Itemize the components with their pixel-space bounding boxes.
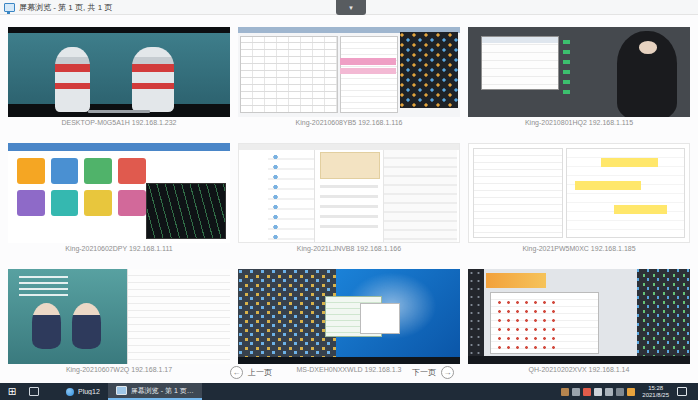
screen-cell: King-20210801HQ2 192.168.1.115 bbox=[468, 27, 690, 129]
highlighted-cell bbox=[575, 181, 641, 190]
left-icon-strip bbox=[468, 269, 484, 364]
next-page-button[interactable]: 下一页 → bbox=[412, 365, 454, 380]
taskbar-app-screen-browse[interactable]: 屏幕浏览 - 第 1 页… bbox=[108, 383, 202, 400]
screen-caption: King-20210607W2Q 192.168.1.17 bbox=[8, 364, 230, 376]
document-window bbox=[127, 269, 230, 364]
screen-caption: King-20210608YB5 192.168.1.116 bbox=[238, 117, 460, 129]
monitor-app-icon bbox=[116, 386, 127, 395]
arrow-left-icon: ← bbox=[230, 366, 243, 379]
tray-security-icon[interactable] bbox=[583, 388, 591, 396]
action-center-icon bbox=[677, 387, 687, 396]
screen-cell: MS-DXEH0NXXWLD 192.168.1.3 bbox=[238, 269, 460, 376]
taskbar: ⊞ Plug12 屏幕浏览 - 第 1 页… 15:28 2021/8/25 bbox=[0, 383, 698, 400]
remote-taskbar-strip bbox=[238, 357, 460, 364]
screen-caption: King-20210801HQ2 192.168.1.115 bbox=[468, 117, 690, 129]
chibi-character bbox=[32, 303, 61, 349]
tray-app-icon[interactable] bbox=[616, 388, 624, 396]
screen-cell: King-2021LJNVB8 192.168.1.166 bbox=[238, 143, 460, 255]
data-list-panel bbox=[340, 36, 398, 113]
screen-caption: QH-20210202XVX 192.168.1.14 bbox=[468, 364, 690, 376]
system-tray: 15:28 2021/8/25 bbox=[561, 385, 698, 399]
tray-update-icon[interactable] bbox=[627, 388, 635, 396]
highlighted-cell bbox=[601, 158, 658, 167]
taskbar-clock[interactable]: 15:28 2021/8/25 bbox=[638, 385, 673, 399]
prev-page-button[interactable]: ← 上一页 bbox=[230, 365, 272, 380]
start-button[interactable]: ⊞ bbox=[0, 383, 24, 400]
list-panel bbox=[473, 148, 563, 238]
cad-drawing-panel bbox=[240, 36, 337, 113]
task-view-icon bbox=[29, 387, 39, 396]
video-player-area bbox=[8, 33, 230, 104]
anime-wallpaper-face bbox=[639, 41, 657, 54]
screen-cell: King-20210602DPY 192.168.1.111 bbox=[8, 143, 230, 255]
prev-page-label: 上一页 bbox=[248, 367, 272, 378]
screen-caption: King-20210602DPY 192.168.1.111 bbox=[8, 243, 230, 255]
chat-message-lines bbox=[320, 185, 377, 234]
screen-thumbnail-6[interactable] bbox=[468, 143, 690, 243]
wallpaper-text-lines bbox=[19, 276, 68, 297]
screen-caption: King-2021LJNVB8 192.168.1.166 bbox=[238, 243, 460, 255]
screen-thumbnail-7[interactable] bbox=[8, 269, 230, 364]
screen-thumbnail-4[interactable] bbox=[8, 143, 230, 243]
plug12-app-icon bbox=[66, 388, 74, 396]
tray-network-icon[interactable] bbox=[594, 388, 602, 396]
highlighted-cell bbox=[614, 205, 667, 214]
avatar-column bbox=[270, 152, 281, 240]
screen-cell: DESKTOP-M0G5A1H 192.168.1.232 bbox=[8, 27, 230, 129]
remote-taskbar-strip bbox=[468, 356, 690, 364]
monitor-wall-panel bbox=[400, 32, 458, 108]
next-page-label: 下一页 bbox=[412, 367, 436, 378]
action-center-button[interactable] bbox=[676, 387, 687, 396]
red-icon-marks bbox=[495, 298, 562, 349]
screen-caption: DESKTOP-M0G5A1H 192.168.1.232 bbox=[8, 117, 230, 129]
windows-logo-icon: ⊞ bbox=[8, 386, 16, 397]
arrow-right-icon: → bbox=[441, 366, 454, 379]
screen-thumbnail-1[interactable] bbox=[8, 27, 230, 117]
app-icon-grid bbox=[17, 158, 146, 216]
screen-cell: QH-20210202XVX 192.168.1.14 bbox=[468, 269, 690, 376]
screen-thumbnail-3[interactable] bbox=[468, 27, 690, 117]
taskbar-app-label: Plug12 bbox=[78, 388, 100, 395]
screens-grid: DESKTOP-M0G5A1H 192.168.1.232 King-20210… bbox=[8, 27, 690, 376]
screen-thumbnail-9[interactable] bbox=[468, 269, 690, 364]
tray-volume-icon[interactable] bbox=[572, 388, 580, 396]
cad-dark-window bbox=[146, 183, 226, 239]
orange-banner bbox=[486, 273, 546, 288]
screen-cell: King-20210608YB5 192.168.1.116 bbox=[238, 27, 460, 129]
ultraman-figure bbox=[55, 47, 91, 112]
ultraman-figure bbox=[132, 47, 174, 112]
clock-date: 2021/8/25 bbox=[642, 392, 669, 399]
tray-image-icon[interactable] bbox=[561, 388, 569, 396]
explorer-window bbox=[481, 36, 558, 90]
video-subtitle-line bbox=[88, 110, 150, 113]
tray-ime-icon[interactable] bbox=[605, 388, 613, 396]
screen-cell: King-20210607W2Q 192.168.1.17 bbox=[8, 269, 230, 376]
chibi-character bbox=[72, 303, 101, 349]
selected-row-highlight bbox=[340, 68, 396, 73]
selected-row-highlight bbox=[340, 58, 396, 65]
screen-caption: King-2021PW5M0XC 192.168.1.185 bbox=[468, 243, 690, 255]
desktop-icon-area bbox=[238, 269, 336, 357]
window-title: 屏幕浏览 - 第 1 页, 共 1 页 bbox=[19, 2, 112, 13]
screen-thumbnail-8[interactable] bbox=[238, 269, 460, 364]
screen-thumbnail-5[interactable] bbox=[238, 143, 460, 243]
green-icon-column bbox=[563, 40, 570, 98]
dialog-window bbox=[360, 303, 400, 334]
toolbar-dropdown-tab[interactable]: ▼ bbox=[336, 0, 366, 15]
profile-card bbox=[320, 152, 379, 179]
screen-thumbnail-2[interactable] bbox=[238, 27, 460, 117]
taskbar-app-plug12[interactable]: Plug12 bbox=[58, 383, 108, 400]
screen-cell: King-2021PW5M0XC 192.168.1.185 bbox=[468, 143, 690, 255]
clock-time: 15:28 bbox=[642, 385, 669, 392]
browser-titlebar-strip bbox=[8, 143, 230, 151]
right-icon-panel bbox=[637, 269, 690, 356]
taskbar-app-label: 屏幕浏览 - 第 1 页… bbox=[131, 386, 194, 396]
app-monitor-icon bbox=[4, 3, 15, 12]
right-list-panel bbox=[383, 150, 457, 242]
task-view-button[interactable] bbox=[24, 383, 44, 400]
chevron-down-icon: ▼ bbox=[348, 5, 354, 11]
